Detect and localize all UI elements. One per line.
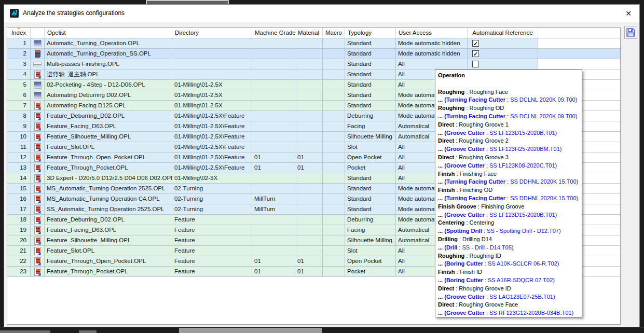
cell-machine-grade[interactable] [252,59,295,70]
cell-typology[interactable]: Pocket [345,267,396,277]
cell-index[interactable]: 16 [7,194,31,204]
cell-opelist[interactable]: Automatic_Turning_Operation.OPL [45,38,172,49]
cell-icon[interactable] [31,142,45,152]
cell-icon[interactable] [31,132,45,142]
cell-typology[interactable]: Standard [345,70,396,80]
cell-machine-grade[interactable] [252,142,295,152]
cell-macro[interactable] [323,121,345,132]
cell-directory[interactable]: 02-Turning [172,194,252,204]
cell-index[interactable]: 5 [7,80,31,90]
cell-machine-grade[interactable] [252,101,295,111]
cell-icon[interactable] [31,256,45,267]
cell-material[interactable] [295,38,323,49]
cell-index[interactable]: 7 [7,101,31,111]
cell-material[interactable] [295,121,323,132]
cell-user-access[interactable]: Mode automatic hidden [396,38,468,49]
column-header-icon[interactable] [31,28,45,38]
cell-material[interactable] [295,215,323,225]
cell-opelist[interactable]: Feature_Through_Pocket.OPL [45,163,172,173]
cell-directory[interactable]: 01-Milling\01-2.5X\Feature [172,163,252,173]
cell-spare[interactable] [538,38,620,49]
cell-index[interactable]: 15 [7,184,31,194]
cell-opelist[interactable]: MS_Automatic_Turning Operation C4.OPL [45,194,172,204]
cell-directory[interactable] [172,59,252,70]
cell-spare[interactable] [538,49,620,59]
cell-typology[interactable]: Standard [345,80,396,90]
cell-macro[interactable] [323,59,345,70]
checkbox-unchecked[interactable] [472,61,479,67]
column-header-machine_grade[interactable]: Machine Grade [252,28,295,38]
cell-directory[interactable]: Feature [172,246,252,256]
table-row[interactable]: 1Automatic_Turning_Operation.OPLStandard… [7,38,620,49]
cell-index[interactable]: 6 [7,90,31,101]
cell-opelist[interactable]: Feature_Through_Open_Pocket.OPL [45,256,172,267]
cell-opelist[interactable]: Feature_Deburring_D02.OPL [45,111,172,121]
cell-macro[interactable] [323,235,345,246]
cell-macro[interactable] [323,204,345,215]
cell-material[interactable] [295,90,323,101]
cell-index[interactable]: 1 [7,38,31,49]
cell-machine-grade[interactable]: MillTurn [252,204,295,215]
cell-icon[interactable] [31,70,45,80]
cell-macro[interactable] [323,142,345,152]
cell-icon[interactable] [31,246,45,256]
cell-icon[interactable] [31,38,45,49]
cell-index[interactable]: 23 [7,267,31,277]
cell-machine-grade[interactable]: MillTurn [252,194,295,204]
cell-typology[interactable]: Slot [345,142,396,152]
column-header-typology[interactable]: Typology [345,28,396,38]
cell-directory[interactable]: 01-Milling\01-2.5X [172,80,252,90]
column-header-index[interactable]: ∧Index [7,28,31,38]
cell-opelist[interactable]: Feature_Slot.OPL [45,142,172,152]
cell-material[interactable]: 01 [295,267,323,277]
cell-icon[interactable] [31,121,45,132]
cell-icon[interactable] [31,90,45,101]
cell-macro[interactable] [323,184,345,194]
cell-material[interactable] [295,246,323,256]
cell-material[interactable] [295,59,323,70]
title-bar[interactable]: Analyze the strategies configurations ✕ [4,5,639,22]
cell-opelist[interactable]: Multi-passes Finishing.OPL [45,59,172,70]
cell-typology[interactable]: Standard [345,59,396,70]
cell-directory[interactable]: 01-Milling\01-2.5X\Feature [172,121,252,132]
cell-directory[interactable]: 01-Milling\01-2.5X\Feature [172,132,252,142]
cell-typology[interactable]: Deburring [345,111,396,121]
cell-typology[interactable]: Silhouette Milling [345,235,396,246]
cell-directory[interactable] [172,49,252,59]
cell-typology[interactable]: Silhouette Milling [345,132,396,142]
cell-icon[interactable] [31,49,45,59]
cell-icon[interactable] [31,80,45,90]
cell-macro[interactable] [323,246,345,256]
column-header-opelist[interactable]: Opelist [45,28,172,38]
table-row[interactable]: 3Multi-passes Finishing.OPLStandardAll [7,59,620,70]
cell-opelist[interactable]: Feature_Facing_D63.OPL [45,121,172,132]
cell-icon[interactable] [31,163,45,173]
cell-machine-grade[interactable] [252,49,295,59]
cell-directory[interactable]: 01-Milling\01-2.5X [172,101,252,111]
cell-machine-grade[interactable] [252,173,295,184]
column-header-automatical_reference[interactable]: Automatical Reference [468,28,538,38]
cell-machine-grade[interactable] [252,80,295,90]
cell-macro[interactable] [323,163,345,173]
cell-material[interactable] [295,70,323,80]
checkbox-checked[interactable]: ✓ [472,40,479,47]
cell-material[interactable] [295,204,323,215]
cell-icon[interactable] [31,184,45,194]
cell-opelist[interactable]: Feature_Through_Pocket.OPL [45,267,172,277]
cell-macro[interactable] [323,194,345,204]
cell-index[interactable]: 9 [7,121,31,132]
cell-material[interactable] [295,101,323,111]
cell-macro[interactable] [323,70,345,80]
cell-macro[interactable] [323,173,345,184]
cell-material[interactable]: 01 [295,152,323,163]
cell-typology[interactable]: Deburring [345,215,396,225]
cell-material[interactable]: 01 [295,163,323,173]
cell-directory[interactable]: 01-Milling\01-2.5X\Feature [172,152,252,163]
cell-index[interactable]: 20 [7,235,31,246]
cell-macro[interactable] [323,111,345,121]
cell-opelist[interactable]: Feature_Through_Open_Pocket.OPL [45,152,172,163]
cell-material[interactable] [295,225,323,235]
cell-index[interactable]: 2 [7,49,31,59]
cell-index[interactable]: 17 [7,204,31,215]
cell-icon[interactable] [31,235,45,246]
